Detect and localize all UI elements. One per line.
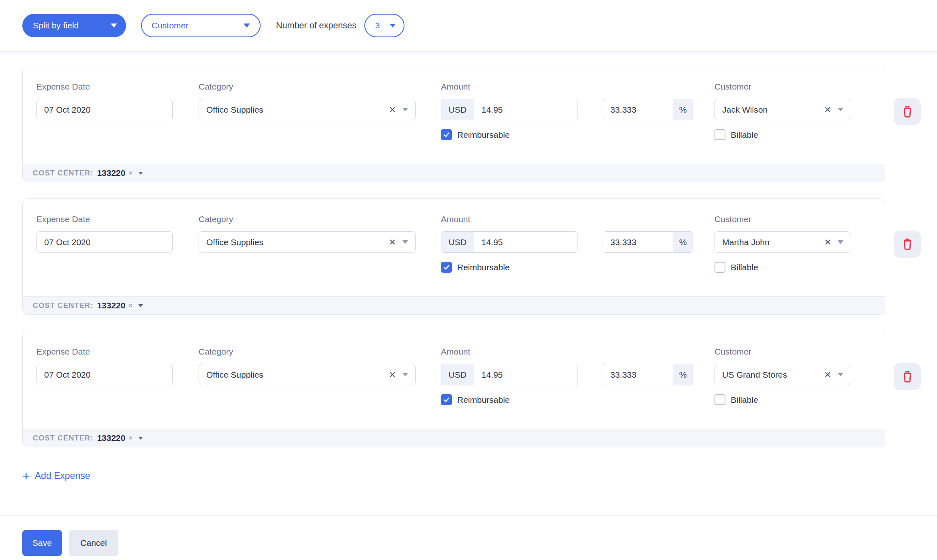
customer-label: Customer: [715, 82, 851, 91]
customer-value: Jack Wilson: [722, 105, 824, 115]
expense-row: Expense Date Category Office Supplies ✕ …: [22, 198, 937, 315]
trash-icon: [901, 237, 913, 251]
caret-down-icon: [402, 108, 408, 111]
reimbursable-checkbox[interactable]: [441, 129, 452, 140]
category-label: Category: [199, 82, 416, 91]
customer-select[interactable]: Jack Wilson ✕: [715, 99, 851, 120]
category-label: Category: [199, 347, 416, 356]
percent-suffix: %: [673, 99, 693, 120]
clear-icon[interactable]: ✕: [389, 237, 396, 247]
clear-icon[interactable]: ✕: [824, 105, 831, 115]
clear-icon[interactable]: ×: [128, 301, 133, 310]
category-select[interactable]: Office Supplies ✕: [199, 231, 416, 253]
percent-group: %: [603, 99, 693, 120]
split-by-field-dropdown[interactable]: Split by field: [22, 14, 126, 37]
percent-input[interactable]: [603, 364, 673, 385]
clear-icon[interactable]: ×: [128, 169, 133, 177]
clear-icon[interactable]: ✕: [824, 237, 831, 247]
reimbursable-label: Reimbursable: [457, 263, 510, 272]
amount-group: USD: [441, 364, 578, 385]
expense-count-select[interactable]: 3: [364, 14, 404, 37]
caret-down-icon: [390, 24, 396, 28]
expense-date-label: Expense Date: [36, 347, 173, 356]
amount-group: USD: [441, 99, 578, 120]
expense-date-label: Expense Date: [36, 215, 173, 223]
currency-prefix: USD: [441, 232, 474, 252]
currency-prefix: USD: [441, 364, 474, 385]
delete-expense-button[interactable]: [894, 231, 921, 258]
plus-icon: +: [22, 470, 30, 482]
expense-row: Expense Date Category Office Supplies ✕ …: [22, 331, 937, 447]
caret-down-icon[interactable]: [138, 304, 143, 307]
currency-prefix: USD: [441, 99, 474, 120]
reimbursable-checkbox[interactable]: [441, 394, 452, 405]
check-icon: [443, 396, 450, 404]
caret-down-icon: [244, 24, 250, 28]
category-value: Office Supplies: [206, 370, 389, 380]
billable-label: Billable: [731, 130, 758, 140]
delete-expense-button[interactable]: [894, 363, 921, 390]
caret-down-icon: [838, 108, 843, 111]
add-expense-button[interactable]: + Add Expense: [22, 469, 937, 483]
clear-icon[interactable]: ✕: [824, 370, 831, 380]
percent-input[interactable]: [603, 232, 673, 252]
clear-icon[interactable]: ✕: [389, 105, 396, 115]
expense-date-input[interactable]: [36, 231, 173, 253]
billable-checkbox[interactable]: [715, 394, 725, 405]
customer-select[interactable]: Martha John ✕: [715, 231, 851, 253]
category-label: Category: [199, 215, 416, 223]
clear-icon[interactable]: ×: [128, 434, 133, 442]
amount-label: Amount: [441, 347, 578, 356]
caret-down-icon: [111, 24, 117, 28]
split-expense-page: Split by field Customer Number of expens…: [0, 0, 937, 560]
reimbursable-checkbox[interactable]: [441, 262, 452, 273]
toolbar: Split by field Customer Number of expens…: [0, 0, 937, 51]
expense-date-input[interactable]: [36, 99, 173, 120]
form-actions: Save Cancel: [22, 530, 937, 556]
percent-group: %: [603, 231, 693, 253]
cancel-button[interactable]: Cancel: [69, 530, 118, 556]
category-select[interactable]: Office Supplies ✕: [199, 364, 416, 385]
footer-divider: [0, 515, 937, 516]
expense-card-2: Expense Date Category Office Supplies ✕ …: [22, 198, 885, 315]
cost-center-bar[interactable]: COST CENTER: 133220 ×: [23, 296, 885, 314]
cost-center-bar[interactable]: COST CENTER: 133220 ×: [23, 429, 885, 447]
cost-center-bar[interactable]: COST CENTER: 133220 ×: [23, 164, 885, 182]
category-value: Office Supplies: [206, 105, 389, 115]
cost-center-value: 133220: [97, 433, 125, 443]
amount-input[interactable]: [474, 99, 578, 120]
caret-down-icon: [838, 240, 843, 244]
save-button[interactable]: Save: [22, 530, 62, 556]
amount-group: USD: [441, 231, 578, 253]
split-field-value: Customer: [152, 21, 188, 30]
expense-card-1: Expense Date Category Office Supplies ✕ …: [22, 66, 885, 182]
billable-label: Billable: [731, 395, 758, 405]
billable-checkbox[interactable]: [715, 262, 725, 273]
customer-select[interactable]: US Grand Stores ✕: [715, 364, 851, 385]
cost-center-label: COST CENTER:: [33, 301, 93, 310]
amount-input[interactable]: [474, 364, 578, 385]
category-select[interactable]: Office Supplies ✕: [199, 99, 416, 120]
billable-checkbox[interactable]: [715, 129, 725, 140]
amount-label: Amount: [441, 82, 578, 91]
amount-label: Amount: [441, 215, 578, 223]
expense-list: Expense Date Category Office Supplies ✕ …: [0, 51, 937, 556]
clear-icon[interactable]: ✕: [389, 370, 396, 380]
expense-date-input[interactable]: [36, 364, 173, 385]
expense-count-value: 3: [375, 21, 380, 30]
delete-expense-button[interactable]: [894, 98, 921, 125]
caret-down-icon: [838, 373, 843, 376]
check-icon: [443, 263, 450, 271]
customer-value: US Grand Stores: [722, 370, 824, 380]
caret-down-icon[interactable]: [138, 436, 143, 439]
expense-card-3: Expense Date Category Office Supplies ✕ …: [22, 331, 885, 447]
percent-suffix: %: [673, 232, 693, 252]
check-icon: [443, 131, 450, 139]
split-field-select[interactable]: Customer: [141, 14, 261, 37]
split-by-field-label: Split by field: [33, 21, 79, 30]
cost-center-label: COST CENTER:: [33, 169, 93, 177]
caret-down-icon[interactable]: [138, 171, 143, 174]
percent-group: %: [603, 364, 693, 385]
amount-input[interactable]: [474, 232, 578, 252]
percent-input[interactable]: [603, 99, 673, 120]
